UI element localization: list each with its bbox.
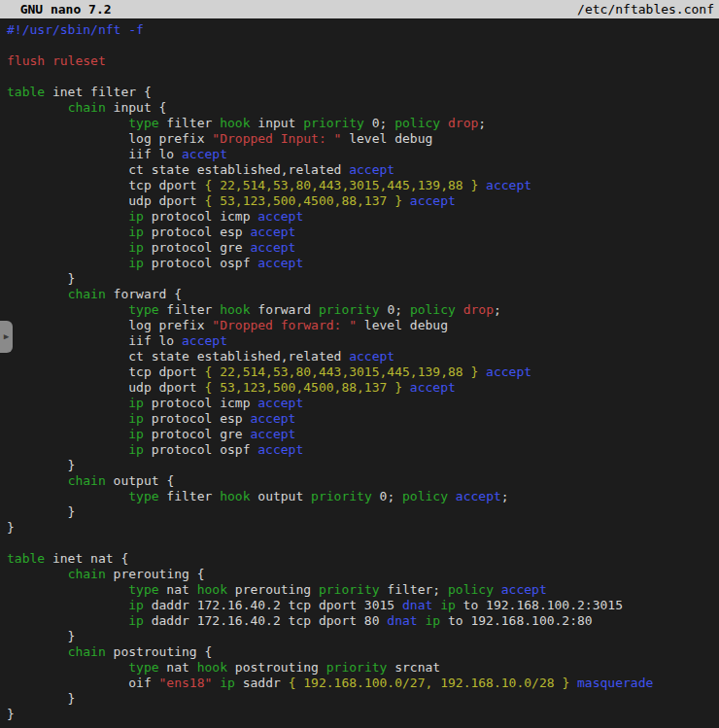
code-token: postrouting { <box>106 644 213 659</box>
code-token: ip <box>128 396 144 410</box>
code-line: table inet filter { <box>7 85 719 100</box>
code-token: } <box>7 271 75 286</box>
code-line: } <box>7 520 719 536</box>
panel-toggle-handle[interactable]: ▶ <box>0 321 13 353</box>
code-line: udp dport { 53,123,500,4500,88,137 } acc… <box>7 380 719 396</box>
code-line: ip protocol ospf accept <box>7 442 719 458</box>
code-token: tcp dport <box>7 178 205 192</box>
code-token: table <box>7 85 45 99</box>
code-line: iif lo accept <box>7 147 719 162</box>
code-token: type <box>128 660 158 675</box>
code-token <box>7 567 68 581</box>
code-line: ip protocol esp accept <box>7 411 719 427</box>
code-line: type nat hook postrouting priority srcna… <box>7 660 719 676</box>
code-line: log prefix "Dropped forward: " level deb… <box>7 318 719 333</box>
code-token <box>402 193 410 208</box>
code-line: } <box>7 271 719 287</box>
code-token: "Dropped forward: " <box>212 318 357 332</box>
code-token: oif <box>7 676 159 690</box>
code-line: flush ruleset <box>7 53 719 69</box>
code-token <box>7 116 128 130</box>
code-token: ; <box>478 116 486 130</box>
code-token: 0; <box>372 489 402 503</box>
code-line: ip protocol icmp accept <box>7 209 719 225</box>
code-token: ip <box>128 411 144 426</box>
code-token: { 22,514,53,80,443,3015,445,139,88 } <box>205 364 479 379</box>
chevron-right-icon: ▶ <box>4 332 9 341</box>
code-token: hook <box>220 489 250 503</box>
code-line: ip protocol ospf accept <box>7 256 719 271</box>
code-token: accept <box>257 256 303 270</box>
code-token: drop <box>463 302 494 317</box>
code-token <box>448 489 456 503</box>
code-token <box>7 660 128 675</box>
code-token: { 192.168.100.0/27, 192.168.10.0/28 } <box>289 676 570 690</box>
code-token: to 192.168.100.2:3015 <box>456 598 623 612</box>
editor-content[interactable]: #!/usr/sbin/nft -f flush ruleset table i… <box>0 18 719 722</box>
code-token: input { <box>106 100 167 115</box>
code-line: oif "ens18" ip saddr { 192.168.100.0/27,… <box>7 676 719 691</box>
code-token: type <box>128 116 158 130</box>
code-token <box>7 613 128 628</box>
code-token: saddr <box>235 676 289 690</box>
code-token: accept <box>486 364 531 379</box>
code-token: accept <box>250 427 295 441</box>
code-line: type filter hook forward priority 0; pol… <box>7 302 719 318</box>
code-token: output { <box>106 473 174 488</box>
code-token: protocol gre <box>144 427 251 441</box>
code-token: inet nat { <box>45 551 128 566</box>
code-token: masquerade <box>577 676 653 690</box>
code-token: } <box>7 504 75 519</box>
code-token: postrouting <box>227 660 326 675</box>
code-token: filter <box>159 116 221 130</box>
code-token <box>478 178 486 192</box>
code-token <box>7 473 68 488</box>
code-token <box>212 676 220 690</box>
code-token: #!/usr/sbin/nft -f <box>7 22 144 37</box>
code-token: chain <box>68 100 106 115</box>
code-token: hook <box>220 116 250 130</box>
code-line: ct state established,related accept <box>7 162 719 178</box>
code-token: dnat <box>402 598 432 612</box>
code-line: } <box>7 691 719 707</box>
code-token: accept <box>250 225 295 239</box>
code-line: table inet nat { <box>7 551 719 567</box>
code-line: log prefix "Dropped Input: " level debug <box>7 131 719 147</box>
code-token: hook <box>197 582 227 597</box>
code-token: accept <box>410 380 456 395</box>
code-token <box>7 598 128 612</box>
code-token: daddr 172.16.40.2 tcp dport 80 <box>144 613 387 628</box>
nano-titlebar: GNU nano 7.2 /etc/nftables.conf <box>0 0 719 18</box>
code-token: dnat <box>387 613 417 628</box>
code-token: filter <box>159 302 221 317</box>
code-token: chain <box>68 287 106 301</box>
code-token: chain <box>68 473 106 488</box>
code-token: filter <box>159 489 221 503</box>
code-token: } <box>7 691 75 706</box>
code-token: ; <box>501 489 509 503</box>
code-line: } <box>7 458 719 473</box>
code-token <box>440 116 448 130</box>
code-token: ip <box>440 598 456 612</box>
code-token: policy <box>448 582 494 597</box>
nano-version: GNU nano 7.2 <box>5 2 112 17</box>
code-token: { 53,123,500,4500,88,137 } <box>205 380 403 395</box>
code-line: ip daddr 172.16.40.2 tcp dport 3015 dnat… <box>7 598 719 613</box>
code-token: } <box>7 520 15 535</box>
code-token: accept <box>456 489 501 503</box>
code-token: level debug <box>341 131 432 146</box>
code-token: priority <box>303 116 364 130</box>
code-token: accept <box>349 349 394 364</box>
code-token: accept <box>410 193 456 208</box>
code-token: ip <box>128 240 144 255</box>
code-token: accept <box>250 411 295 426</box>
code-token: policy <box>394 116 440 130</box>
code-token: iif lo <box>7 333 182 348</box>
code-token: } <box>7 707 15 721</box>
code-line: chain forward { <box>7 287 719 302</box>
code-token: "ens18" <box>159 676 213 690</box>
code-token: drop <box>448 116 478 130</box>
code-token: ct state established,related <box>7 162 349 177</box>
code-token: policy <box>410 302 456 317</box>
code-token: accept <box>257 396 303 410</box>
